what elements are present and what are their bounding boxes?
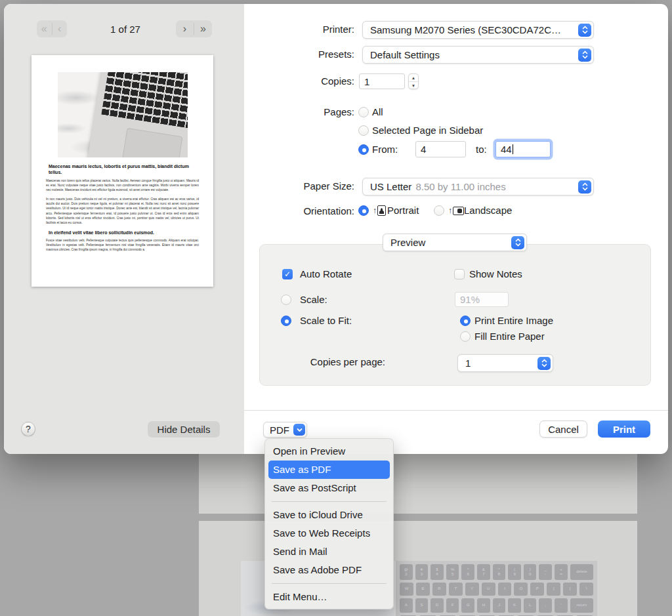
popup-chevrons-icon bbox=[578, 49, 591, 62]
menu-item-edit-menu[interactable]: Edit Menu… bbox=[268, 588, 390, 606]
keyboard-key: \ bbox=[579, 583, 593, 596]
pages-label: Pages: bbox=[247, 104, 354, 121]
first-page-button[interactable]: « bbox=[37, 20, 52, 37]
copies-stepper[interactable]: ▲▼ bbox=[408, 73, 419, 89]
pdf-menu-button[interactable]: PDF bbox=[263, 422, 307, 438]
keyboard-key: S bbox=[415, 598, 429, 613]
keyboard-key: U bbox=[482, 583, 495, 596]
keyboard-key: T bbox=[449, 583, 463, 596]
pages-from-label: From: bbox=[372, 141, 398, 158]
keyboard-key: D bbox=[430, 598, 444, 613]
laptop-trackpad bbox=[121, 128, 182, 157]
stepper-down-icon[interactable]: ▼ bbox=[409, 82, 418, 89]
keyboard-key: ] bbox=[563, 583, 577, 596]
paper-size-value: US Letter bbox=[370, 181, 411, 192]
keyboard-key: ' bbox=[555, 598, 568, 613]
keyboard-key: K bbox=[508, 598, 521, 613]
orientation-landscape-radio[interactable] bbox=[434, 205, 444, 216]
keyboard-key: @ 2 bbox=[400, 564, 413, 580]
menu-item-save-to-icloud-drive[interactable]: Save to iCloud Drive bbox=[268, 506, 390, 524]
pages-selected-label: Selected Page in Sidebar bbox=[372, 122, 483, 139]
previous-page-button[interactable]: ‹ bbox=[52, 20, 68, 37]
scale-radio[interactable] bbox=[281, 295, 291, 305]
paper-size-popup[interactable]: US Letter 8.50 by 11.00 inches bbox=[362, 178, 594, 195]
page-thumbnail[interactable]: Maecenas mauris lectus, lobortis et puru… bbox=[32, 55, 213, 287]
pdf-button-label: PDF bbox=[270, 424, 289, 436]
scale-to-fit-label: Scale to Fit: bbox=[300, 312, 352, 329]
presets-popup[interactable]: Default Settings bbox=[362, 46, 594, 64]
pager-back-group: « ‹ bbox=[37, 20, 67, 37]
menu-item-save-as-adobe-pdf[interactable]: Save as Adobe PDF bbox=[268, 561, 390, 579]
footer-separator bbox=[244, 410, 668, 411]
app-section-popup[interactable]: Preview bbox=[383, 234, 527, 251]
pages-to-input[interactable]: 44 bbox=[495, 141, 551, 157]
landscape-icon: ↑ bbox=[448, 205, 464, 216]
pager-forward-group: › » bbox=[176, 20, 212, 37]
hide-details-button[interactable]: Hide Details bbox=[148, 421, 220, 438]
keyboard-key: _ - bbox=[539, 564, 552, 580]
scale-input[interactable]: 91% bbox=[455, 292, 509, 307]
keyboard-key: return bbox=[570, 598, 593, 613]
keyboard-key: G bbox=[461, 598, 474, 613]
menu-item-save-as-postscript[interactable]: Save as PostScript bbox=[268, 479, 390, 497]
stepper-up-icon[interactable]: ▲ bbox=[409, 74, 418, 81]
copies-per-page-value: 1 bbox=[465, 358, 471, 369]
presets-value: Default Settings bbox=[370, 49, 440, 60]
pages-from-input[interactable]: 4 bbox=[415, 141, 466, 157]
keyboard-key: E bbox=[416, 583, 430, 596]
copies-input[interactable]: 1 bbox=[359, 73, 405, 89]
copies-per-page-popup[interactable]: 1 bbox=[457, 354, 553, 372]
cancel-button[interactable]: Cancel bbox=[539, 421, 587, 438]
orientation-portrait-label: Portrait bbox=[387, 202, 419, 219]
keyboard-key: delete bbox=[570, 564, 593, 580]
menu-item-save-to-web-receipts[interactable]: Save to Web Receipts bbox=[268, 524, 390, 543]
keyboard-key: F bbox=[446, 598, 459, 613]
pdf-menu: Open in PreviewSave as PDFSave as PostSc… bbox=[264, 438, 394, 609]
keyboard-key: ( 9 bbox=[508, 564, 521, 580]
menu-item-save-as-pdf[interactable]: Save as PDF bbox=[268, 461, 390, 479]
pages-all-label: All bbox=[372, 104, 383, 121]
pages-range-radio[interactable] bbox=[358, 144, 369, 155]
popup-chevrons-icon bbox=[537, 357, 551, 370]
printer-popup[interactable]: Samsung M2070 Series (SEC30CDA72C… bbox=[362, 21, 594, 39]
doc-paragraph-3: Fusce vitae vestibulum velit. Pellentesq… bbox=[46, 238, 199, 253]
orientation-landscape-label: Landscape bbox=[464, 202, 512, 219]
keyboard-key: ) 0 bbox=[524, 564, 537, 580]
pages-selected-radio[interactable] bbox=[358, 125, 369, 136]
keyboard-key: ; bbox=[539, 598, 552, 613]
auto-rotate-checkbox[interactable]: ✓ bbox=[282, 269, 293, 279]
keyboard-key: $ 4 bbox=[430, 564, 444, 580]
laptop-keyboard bbox=[101, 72, 188, 132]
paper-size-detail: 8.50 by 11.00 inches bbox=[415, 181, 505, 192]
keyboard-row: WERTYUIOP[]\ bbox=[400, 583, 593, 596]
keyboard-key: H bbox=[477, 598, 490, 613]
keyboard-key: + = bbox=[555, 564, 568, 580]
orientation-label: Orientation: bbox=[247, 203, 354, 220]
fill-entire-paper-radio[interactable] bbox=[460, 331, 471, 342]
paper-size-label: Paper Size: bbox=[247, 178, 354, 195]
scale-to-fit-radio[interactable] bbox=[281, 316, 291, 326]
print-button[interactable]: Print bbox=[598, 421, 650, 438]
menu-item-send-in-mail[interactable]: Send in Mail bbox=[268, 543, 390, 561]
menu-item-open-in-preview[interactable]: Open in Preview bbox=[268, 442, 390, 461]
show-notes-checkbox[interactable] bbox=[454, 269, 465, 279]
keyboard-key: [ bbox=[547, 583, 560, 596]
keyboard-key: * 8 bbox=[493, 564, 506, 580]
orientation-portrait-radio[interactable] bbox=[358, 205, 369, 216]
doc-paragraph-2: In non mauris justo. Duis vehicula mi ve… bbox=[46, 197, 199, 226]
print-dialog: « ‹ 1 of 27 › » Maecenas mauris lectus, … bbox=[4, 4, 668, 454]
keyboard-key: & 7 bbox=[477, 564, 490, 580]
pages-all-radio[interactable] bbox=[358, 107, 369, 117]
presets-label: Presets: bbox=[247, 46, 354, 63]
menu-separator bbox=[272, 583, 387, 584]
keyboard-key: P bbox=[530, 583, 544, 596]
portrait-icon: ↑ bbox=[373, 205, 386, 216]
printer-label: Printer: bbox=[247, 21, 354, 38]
keyboard-key: L bbox=[524, 598, 537, 613]
doc-heading-2: In eleifend velit vitae libero sollicitu… bbox=[46, 230, 199, 236]
next-page-button[interactable]: › bbox=[176, 20, 194, 37]
print-entire-image-radio[interactable] bbox=[460, 316, 471, 326]
help-button[interactable]: ? bbox=[21, 422, 35, 436]
last-page-button[interactable]: » bbox=[194, 20, 212, 37]
auto-rotate-label: Auto Rotate bbox=[300, 266, 352, 283]
